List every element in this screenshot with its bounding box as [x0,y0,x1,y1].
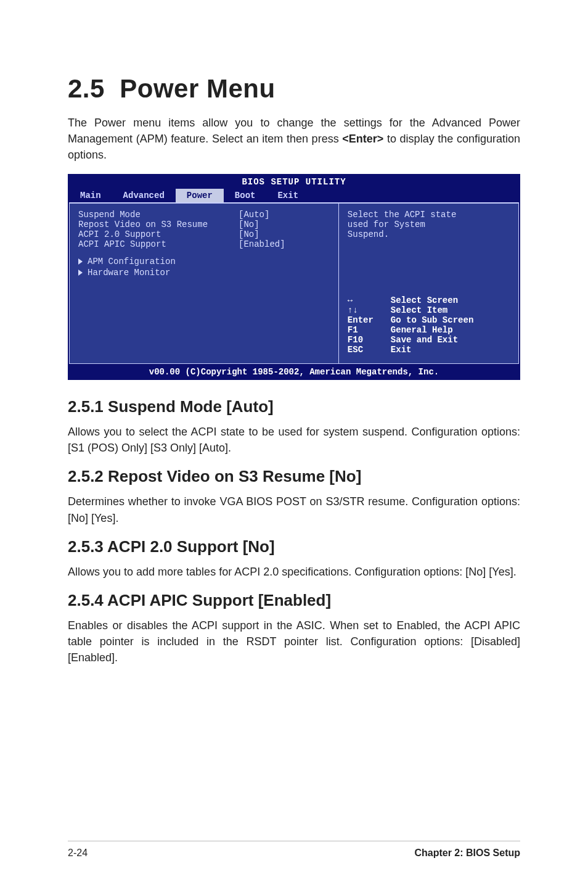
bios-main-panel: Suspend Mode [Auto] Repost Video on S3 R… [69,204,339,364]
bios-item-value: [No] [239,220,259,229]
bios-sub-label: Hardware Monitor [88,268,170,278]
bios-key-row: F10Save and Exit [348,335,510,345]
bios-key-legend: ↔Select Screen ↑↓Select Item EnterGo to … [348,295,510,355]
bios-item-label: ACPI 2.0 Support [78,229,239,239]
bios-help-line: Select the ACPI state [348,210,510,220]
bios-key-row: F1General Help [348,325,510,335]
page-title: 2.5 Power Menu [68,74,520,104]
page-footer: 2-24 Chapter 2: BIOS Setup [68,841,520,859]
bios-item-repost-video[interactable]: Repost Video on S3 Resume [No] [78,220,330,229]
bios-help-line: used for System [348,220,510,229]
bios-key-desc: Go to Sub Screen [391,315,473,325]
bios-item-value: [No] [239,229,259,239]
triangle-right-icon [78,258,83,265]
bios-item-acpi-20[interactable]: ACPI 2.0 Support [No] [78,229,330,239]
section-body-251: Allows you to select the ACPI state to b… [68,424,520,456]
triangle-right-icon [78,270,83,276]
page-number: 2-24 [68,848,88,859]
bios-item-label: ACPI APIC Support [78,239,239,249]
bios-tab-advanced[interactable]: Advanced [112,189,176,202]
section-body-252: Determines whether to invoke VGA BIOS PO… [68,493,520,526]
heading-number: 2.5 [68,74,105,103]
bios-tab-exit[interactable]: Exit [266,189,309,202]
bios-key-desc: Select Item [391,305,447,315]
bios-sub-hardware-monitor[interactable]: Hardware Monitor [78,268,330,278]
bios-title-row: BIOS SETUP UTILITY [69,175,519,189]
section-title-253: 2.5.3 ACPI 2.0 Support [No] [68,537,520,556]
bios-side-panel: Select the ACPI state used for System Su… [339,204,519,364]
bios-key-desc: General Help [391,325,453,335]
intro-key: <Enter> [342,133,383,145]
heading-text: Power Menu [120,74,275,103]
section-body-253: Allows you to add more tables for ACPI 2… [68,564,520,580]
section-title-251: 2.5.1 Suspend Mode [Auto] [68,397,520,416]
bios-item-acpi-apic[interactable]: ACPI APIC Support [Enabled] [78,239,330,249]
bios-item-value: [Auto] [239,210,269,220]
section-title-252: 2.5.2 Repost Video on S3 Resume [No] [68,467,520,486]
bios-title: BIOS SETUP UTILITY [69,177,519,187]
bios-tab-main[interactable]: Main [69,189,112,202]
bios-key-desc: Select Screen [391,295,458,305]
bios-key: ESC [348,345,391,355]
bios-footer: v00.00 (C)Copyright 1985-2002, American … [69,364,519,379]
bios-key-row: EnterGo to Sub Screen [348,315,510,325]
bios-sub-apm-config[interactable]: APM Configuration [78,257,330,266]
bios-item-value: [Enabled] [239,239,285,249]
bios-screenshot: BIOS SETUP UTILITY Main Advanced Power B… [68,174,520,380]
bios-key: ↑↓ [348,305,391,315]
bios-key-desc: Exit [391,345,412,355]
bios-key: F10 [348,335,391,345]
bios-sub-label: APM Configuration [88,257,176,266]
bios-key: Enter [348,315,391,325]
bios-key-row: ESCExit [348,345,510,355]
bios-key-desc: Save and Exit [391,335,458,345]
bios-tab-bar: Main Advanced Power Boot Exit [69,189,519,202]
bios-item-label: Repost Video on S3 Resume [78,220,239,229]
bios-help-text: Select the ACPI state used for System Su… [348,210,510,239]
bios-tab-power[interactable]: Power [176,189,224,202]
bios-help-line: Suspend. [348,229,510,239]
bios-key: F1 [348,325,391,335]
bios-key-row: ↑↓Select Item [348,305,510,315]
intro-paragraph: The Power menu items allow you to change… [68,115,520,163]
chapter-label: Chapter 2: BIOS Setup [414,848,520,859]
bios-item-label: Suspend Mode [78,210,239,220]
bios-key: ↔ [348,295,391,305]
bios-tab-boot[interactable]: Boot [224,189,267,202]
bios-key-row: ↔Select Screen [348,295,510,305]
bios-item-suspend-mode[interactable]: Suspend Mode [Auto] [78,210,330,220]
section-title-254: 2.5.4 ACPI APIC Support [Enabled] [68,591,520,610]
bios-body: Suspend Mode [Auto] Repost Video on S3 R… [69,202,519,364]
section-body-254: Enables or disables the ACPI support in … [68,617,520,666]
